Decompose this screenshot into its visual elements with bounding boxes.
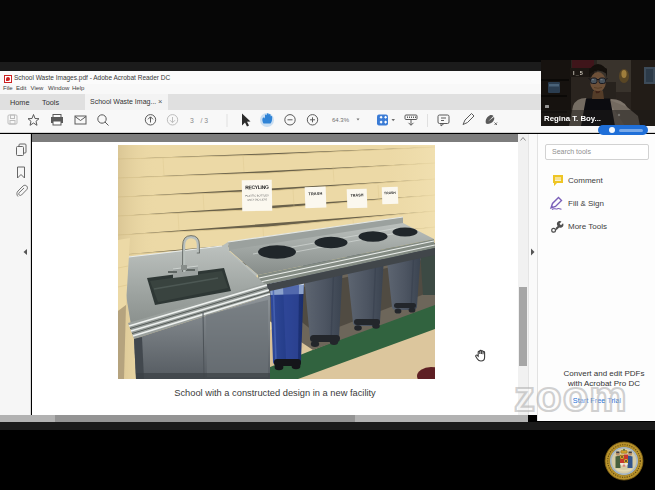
svg-text:64.3%: 64.3% — [332, 117, 350, 123]
svg-text:3 / 3: 3 / 3 — [190, 117, 208, 124]
svg-text:PLASTIC BOTTLES: PLASTIC BOTTLES — [245, 193, 269, 197]
svg-text:I _ 5: I _ 5 — [573, 70, 583, 76]
svg-text:RECYLING: RECYLING — [245, 184, 269, 190]
svg-text:ONLY (NO LIDS): ONLY (NO LIDS) — [247, 197, 267, 201]
svg-text:TRASH: TRASH — [384, 191, 396, 195]
svg-text:TRASH: TRASH — [308, 191, 322, 196]
svg-text:TRASH: TRASH — [350, 193, 363, 197]
svg-text:Regina T. Boy...: Regina T. Boy... — [544, 114, 601, 123]
